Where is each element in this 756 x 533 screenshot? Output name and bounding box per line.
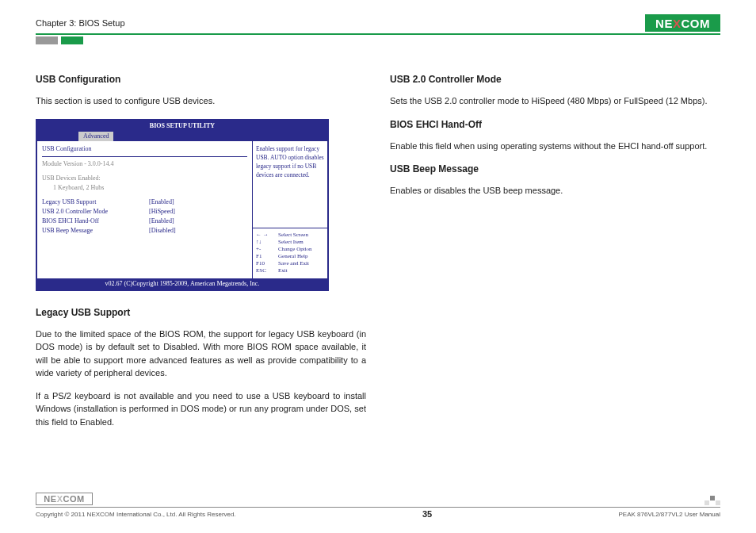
bios-setting-row: BIOS EHCI Hand-Off[Enabled] [42, 217, 247, 226]
usb-beep-heading: USB Beep Message [390, 162, 720, 176]
left-column: USB Configuration This section is used t… [36, 72, 366, 438]
bios-main-panel: USB Configuration Module Version - 3.0.0… [37, 141, 252, 278]
bios-screenshot: BIOS SETUP UTILITY Advanced USB Configur… [36, 119, 329, 291]
bios-devices-label: USB Devices Enabled: [42, 174, 247, 183]
usb20-desc: Sets the USB 2.0 controller mode to HiSp… [390, 94, 720, 108]
usb-beep-desc: Enables or disables the USB beep message… [390, 184, 720, 197]
bios-setting-row: Legacy USB Support[Enabled] [42, 197, 247, 207]
page-number: 35 [422, 509, 432, 519]
bios-setting-label: USB 2.0 Controller Mode [42, 207, 149, 217]
nexcom-logo: NEXCOM [645, 14, 720, 32]
right-column: USB 2.0 Controller Mode Sets the USB 2.0… [390, 72, 720, 438]
bios-tab-advanced: Advanced [78, 132, 113, 141]
footer-decoration [704, 496, 720, 505]
ehci-heading: BIOS EHCI Hand-Off [390, 117, 720, 132]
bios-nav-row: ← →Select Screen [256, 232, 324, 239]
bios-nav-row: F10Save and Exit [256, 260, 324, 267]
bios-setting-row: USB 2.0 Controller Mode[HiSpeed] [42, 207, 247, 217]
usb-config-desc: This section is used to configure USB de… [36, 94, 366, 108]
chapter-title: Chapter 3: BIOS Setup [36, 18, 125, 28]
bios-nav-keys: ← →Select Screen↑↓Select Item+-Change Op… [256, 232, 324, 275]
bios-setting-row: USB Beep Message[Disabled] [42, 226, 247, 236]
footer-manual-name: PEAK 876VL2/877VL2 User Manual [618, 511, 720, 518]
bios-setting-value: [Disabled] [149, 226, 176, 236]
bios-setting-value: [HiSpeed] [149, 207, 175, 217]
bios-devices-value: 1 Keyboard, 2 Hubs [42, 183, 247, 193]
bios-setting-label: BIOS EHCI Hand-Off [42, 217, 149, 226]
bios-setting-label: Legacy USB Support [42, 197, 149, 207]
bios-help-panel: Enables support for legacy USB. AUTO opt… [252, 141, 327, 278]
bios-help-text: Enables support for legacy USB. AUTO opt… [256, 144, 324, 180]
footer-copyright: Copyright © 2011 NEXCOM International Co… [36, 511, 236, 518]
bios-title: BIOS SETUP UTILITY [37, 121, 327, 132]
footer-logo: NEXCOM [36, 493, 93, 505]
usb20-heading: USB 2.0 Controller Mode [390, 72, 720, 86]
bios-copyright: v02.67 (C)Copyright 1985-2009, American … [37, 278, 327, 290]
bios-section-title: USB Configuration [42, 144, 247, 154]
bios-tabs: Advanced [37, 132, 327, 141]
bios-setting-label: USB Beep Message [42, 226, 149, 236]
page-header: Chapter 3: BIOS Setup NEXCOM [36, 14, 720, 35]
usb-config-heading: USB Configuration [36, 72, 366, 86]
bios-setting-value: [Enabled] [149, 197, 174, 207]
bios-nav-row: ↑↓Select Item [256, 239, 324, 246]
bios-setting-value: [Enabled] [149, 217, 174, 226]
legacy-usb-p1: Due to the limited space of the BIOS ROM… [36, 328, 366, 380]
ehci-desc: Enable this field when using operating s… [390, 140, 720, 153]
legacy-usb-p2: If a PS/2 keyboard is not available and … [36, 389, 366, 429]
legacy-usb-heading: Legacy USB Support [36, 305, 366, 320]
header-tab-strip [36, 36, 720, 44]
bios-module-version: Module Version - 3.0.0-14.4 [42, 159, 247, 169]
bios-nav-row: F1General Help [256, 253, 324, 260]
page-footer: NEXCOM Copyright © 2011 NEXCOM Internati… [36, 493, 720, 519]
bios-nav-row: +-Change Option [256, 246, 324, 253]
bios-nav-row: ESCExit [256, 267, 324, 274]
